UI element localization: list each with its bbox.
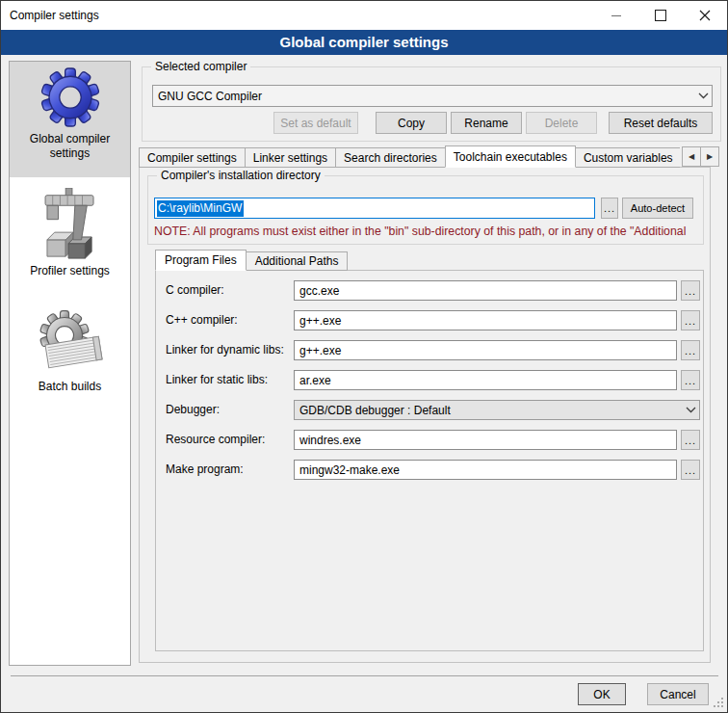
auto-detect-button[interactable]: Auto-detect [622, 198, 693, 219]
minimize-button[interactable] [594, 1, 638, 30]
cpp-compiler-label: C++ compiler: [166, 310, 238, 330]
footer-separator [11, 675, 718, 676]
field-row-dynamic-linker: Linker for dynamic libs: ... [156, 340, 703, 360]
program-files-tab-strip: Program Files Additional Paths [155, 250, 348, 271]
browse-install-dir-button[interactable]: ... [601, 198, 618, 219]
selected-compiler-group-label: Selected compiler [151, 60, 250, 73]
sidebar-item-batch-builds[interactable]: Batch builds [10, 303, 130, 409]
dynamic-linker-input[interactable] [294, 340, 677, 360]
c-compiler-label: C compiler: [166, 280, 224, 301]
tab-toolchain-executables[interactable]: Toolchain executables [445, 145, 576, 168]
field-row-debugger: Debugger: GDB/CDB debugger : Default [156, 400, 703, 420]
resource-compiler-label: Resource compiler: [166, 430, 265, 450]
settings-category-list: Global compiler settings Profiler settin… [9, 61, 131, 666]
batch-builds-icon [36, 310, 105, 374]
toolchain-executables-panel: Compiler's installation directory C:\ray… [139, 167, 711, 663]
resource-compiler-input[interactable] [294, 430, 677, 450]
debugger-select-value: GDB/CDB debugger : Default [295, 404, 682, 417]
delete-button[interactable]: Delete [526, 112, 597, 134]
tab-scroll-right-icon[interactable]: ▶ [700, 146, 719, 167]
cancel-button[interactable]: Cancel [647, 683, 709, 705]
profiler-caliper-icon [37, 188, 104, 260]
blue-gear-icon [40, 67, 100, 127]
reset-defaults-button[interactable]: Reset defaults [609, 112, 713, 134]
c-compiler-input[interactable] [294, 280, 677, 301]
field-row-resource-compiler: Resource compiler: ... [156, 430, 703, 450]
browse-make-program-button[interactable]: ... [681, 460, 700, 480]
selected-compiler-group: Selected compiler GNU GCC Compiler Set a… [142, 66, 721, 142]
title-bar[interactable]: Compiler settings [1, 1, 727, 30]
window-title: Compiler settings [1, 9, 99, 22]
compiler-select[interactable]: GNU GCC Compiler [152, 85, 713, 107]
sidebar-item-label: Global compiler settings [10, 132, 130, 161]
static-linker-label: Linker for static libs: [166, 370, 268, 390]
debugger-select[interactable]: GDB/CDB debugger : Default [294, 400, 700, 420]
tab-compiler-settings[interactable]: Compiler settings [139, 147, 246, 168]
tab-scroll-buttons: ◀ ▶ [683, 146, 719, 167]
resize-grip[interactable] [714, 698, 724, 708]
settings-tab-strip: Compiler settings Linker settings Search… [139, 145, 680, 168]
browse-static-linker-button[interactable]: ... [681, 370, 700, 390]
install-dir-note: NOTE: All programs must exist either in … [154, 224, 702, 238]
dialog-header: Global compiler settings [1, 30, 727, 55]
minimize-icon [611, 15, 621, 16]
ok-button[interactable]: OK [578, 683, 626, 705]
field-row-cpp-compiler: C++ compiler: ... [156, 310, 703, 330]
copy-button[interactable]: Copy [376, 112, 447, 134]
set-as-default-button[interactable]: Set as default [273, 112, 358, 134]
sidebar-item-label: Batch builds [39, 380, 101, 394]
make-program-label: Make program: [166, 460, 244, 480]
tab-search-directories[interactable]: Search directories [335, 147, 446, 168]
field-row-c-compiler: C compiler: ... [156, 280, 703, 301]
dynamic-linker-label: Linker for dynamic libs: [166, 340, 284, 360]
caption-buttons [594, 1, 727, 30]
browse-resource-compiler-button[interactable]: ... [681, 430, 700, 450]
field-row-make-program: Make program: ... [156, 460, 703, 480]
tab-scroll-left-icon[interactable]: ◀ [682, 146, 701, 167]
browse-c-compiler-button[interactable]: ... [681, 280, 700, 301]
field-row-static-linker: Linker for static libs: ... [156, 370, 703, 390]
compiler-select-value: GNU GCC Compiler [153, 90, 694, 103]
browse-cpp-compiler-button[interactable]: ... [681, 310, 700, 330]
chevron-down-icon [682, 407, 699, 413]
tab-custom-variables[interactable]: Custom variables [575, 147, 680, 168]
cpp-compiler-input[interactable] [294, 310, 677, 330]
installation-directory-label: Compiler's installation directory [157, 169, 325, 182]
installation-directory-input[interactable]: C:\raylib\MinGW [154, 198, 595, 219]
static-linker-input[interactable] [294, 370, 677, 390]
program-files-panel: C compiler: ... C++ compiler: ... Linker… [155, 270, 704, 651]
close-button[interactable] [683, 1, 727, 30]
tab-linker-settings[interactable]: Linker settings [245, 147, 336, 168]
browse-dynamic-linker-button[interactable]: ... [681, 340, 700, 360]
tab-program-files[interactable]: Program Files [155, 250, 247, 271]
chevron-down-icon [694, 92, 712, 99]
compiler-settings-dialog: Compiler settings Global compiler settin… [0, 0, 728, 713]
sidebar-item-label: Profiler settings [30, 264, 110, 278]
maximize-button[interactable] [638, 1, 683, 30]
tab-additional-paths[interactable]: Additional Paths [246, 251, 349, 271]
sidebar-item-global-compiler-settings[interactable]: Global compiler settings [10, 62, 130, 177]
close-icon [699, 10, 711, 21]
rename-button[interactable]: Rename [451, 112, 522, 134]
make-program-input[interactable] [294, 460, 677, 480]
installation-directory-group: Compiler's installation directory C:\ray… [147, 175, 704, 245]
compiler-actions-row: Set as default Copy Rename Delete Reset … [152, 112, 713, 134]
installation-directory-value: C:\raylib\MinGW [157, 200, 244, 217]
maximize-icon [655, 10, 666, 21]
sidebar-item-profiler-settings[interactable]: Profiler settings [10, 181, 130, 297]
debugger-label: Debugger: [166, 400, 220, 420]
